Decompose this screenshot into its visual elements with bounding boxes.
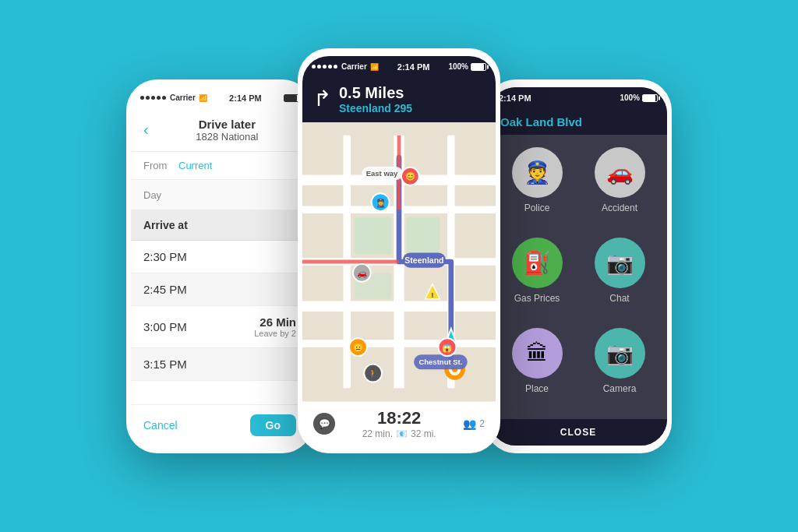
signal-dot-3 bbox=[151, 96, 155, 100]
destination-address: 1828 National bbox=[158, 131, 296, 143]
time-300-info: 26 Min Leave by 2 bbox=[254, 315, 296, 338]
map-bottom-bar: 💬 18:22 22 min. 📧 32 mi. 👥 2 bbox=[302, 401, 496, 446]
cancel-button[interactable]: Cancel bbox=[143, 419, 178, 432]
gas-icon: ⛽ bbox=[524, 250, 551, 276]
eta-minutes: 22 min. bbox=[362, 428, 393, 439]
time-300: 3:00 PM bbox=[143, 320, 187, 333]
place-icon-circle: 🏛 bbox=[512, 328, 563, 379]
eta-time: 18:22 bbox=[362, 408, 436, 428]
police-icon-circle: 👮 bbox=[512, 147, 563, 198]
report-chat[interactable]: 📷 Chat bbox=[584, 238, 655, 315]
time-row-245[interactable]: 2:45 PM bbox=[131, 273, 309, 306]
map-svg: ! East way Steenland Chestnut St. 👮 😊 😐 bbox=[302, 122, 496, 401]
signal-dot-4 bbox=[157, 96, 161, 100]
left-carrier: Carrier bbox=[170, 93, 196, 102]
left-battery bbox=[284, 94, 299, 102]
report-accident[interactable]: 🚗 Accident bbox=[584, 147, 655, 225]
left-header: ‹ Drive later 1828 National bbox=[131, 109, 309, 152]
camera-icon-circle: 📷 bbox=[595, 328, 645, 379]
report-camera[interactable]: 📷 Camera bbox=[584, 328, 655, 406]
c-dot-3 bbox=[323, 65, 327, 69]
duration-300: 26 Min bbox=[254, 315, 296, 329]
c-dot-4 bbox=[328, 65, 332, 69]
gas-label: Gas Prices bbox=[514, 293, 560, 304]
chat-label: Chat bbox=[609, 293, 629, 304]
center-battery-pct: 100% bbox=[448, 62, 468, 71]
turn-arrow-icon: ↱ bbox=[313, 88, 331, 110]
phones-container: Carrier 📶 2:14 PM ‹ Drive later 1828 Nat… bbox=[126, 33, 672, 500]
close-button[interactable]: CLOSE bbox=[560, 427, 596, 438]
place-icon: 🏛 bbox=[526, 340, 548, 366]
svg-text:Steenland: Steenland bbox=[404, 255, 443, 264]
svg-text:👮: 👮 bbox=[376, 197, 387, 207]
svg-rect-10 bbox=[407, 217, 440, 254]
nav-street: Steenland 295 bbox=[339, 102, 412, 115]
right-footer: CLOSE bbox=[489, 419, 667, 446]
chat-icon-circle: 📷 bbox=[595, 238, 645, 288]
police-label: Police bbox=[524, 203, 550, 213]
time-row-315[interactable]: 3:15 PM bbox=[131, 348, 309, 381]
camera-label: Camera bbox=[603, 383, 637, 394]
left-footer: Cancel Go bbox=[131, 404, 309, 446]
svg-rect-9 bbox=[355, 217, 392, 254]
map-menu-icon[interactable]: 💬 bbox=[313, 413, 335, 435]
svg-text:😐: 😐 bbox=[353, 342, 364, 352]
report-police[interactable]: 👮 Police bbox=[502, 147, 572, 225]
users-icon: 👥 bbox=[463, 417, 476, 430]
time-row-230[interactable]: 2:30 PM bbox=[131, 241, 309, 273]
report-gas[interactable]: ⛽ Gas Prices bbox=[502, 238, 572, 315]
center-battery bbox=[471, 63, 486, 71]
back-button[interactable]: ‹ bbox=[143, 121, 149, 139]
time-245: 2:45 PM bbox=[143, 283, 187, 296]
leave-by-300: Leave by 2 bbox=[254, 329, 296, 338]
left-time: 2:14 PM bbox=[229, 93, 262, 103]
c-dot-5 bbox=[334, 65, 337, 69]
c-dot-1 bbox=[312, 65, 316, 69]
time-row-300[interactable]: 3:00 PM 26 Min Leave by 2 bbox=[131, 306, 309, 348]
right-header: Oak Land Blvd bbox=[489, 109, 667, 135]
from-row[interactable]: From Current bbox=[131, 152, 309, 180]
map-area[interactable]: ! East way Steenland Chestnut St. 👮 😊 😐 bbox=[302, 122, 496, 401]
arrive-at-label: Arrive at bbox=[143, 219, 188, 231]
go-button[interactable]: Go bbox=[250, 414, 296, 436]
c-dot-2 bbox=[317, 65, 321, 69]
accident-label: Accident bbox=[602, 203, 637, 213]
phone-left: Carrier 📶 2:14 PM ‹ Drive later 1828 Nat… bbox=[126, 79, 313, 453]
police-icon: 👮 bbox=[524, 160, 551, 185]
arrive-at-row: Arrive at bbox=[131, 210, 309, 241]
center-time: 2:14 PM bbox=[397, 62, 430, 72]
svg-text:🚗: 🚗 bbox=[357, 268, 368, 278]
users-count: 2 bbox=[479, 418, 485, 429]
drive-later-title: Drive later bbox=[158, 118, 296, 131]
left-status-bar: Carrier 📶 2:14 PM bbox=[131, 87, 309, 109]
svg-text:😱: 😱 bbox=[443, 342, 454, 352]
gas-icon-circle: ⛽ bbox=[512, 238, 563, 288]
svg-text:!: ! bbox=[431, 291, 433, 298]
right-status-bar: 2:14 PM 100% bbox=[489, 87, 667, 109]
center-status-bar: Carrier 📶 2:14 PM 100% bbox=[302, 56, 496, 78]
svg-text:🚶: 🚶 bbox=[368, 368, 379, 378]
nav-bar: ↱ 0.5 Miles Steenland 295 bbox=[302, 78, 496, 122]
from-label: From bbox=[143, 160, 178, 171]
report-grid: 👮 Police 🚗 Accident ⛽ Gas Prices bbox=[489, 135, 667, 419]
day-row[interactable]: Day bbox=[131, 180, 309, 210]
report-place[interactable]: 🏛 Place bbox=[502, 328, 572, 406]
eta-miles: 32 mi. bbox=[411, 428, 436, 439]
phone-center: Carrier 📶 2:14 PM 100% ↱ 0.5 Miles bbox=[298, 48, 500, 453]
left-wifi-icon: 📶 bbox=[199, 94, 207, 102]
accident-icon-circle: 🚗 bbox=[595, 147, 645, 198]
right-time: 2:14 PM bbox=[499, 93, 531, 103]
signal-dot-2 bbox=[146, 96, 150, 100]
accident-icon: 🚗 bbox=[606, 160, 634, 185]
right-battery-pct: 100% bbox=[620, 93, 640, 102]
chat-icon: 📷 bbox=[606, 250, 634, 276]
svg-text:Chestnut St.: Chestnut St. bbox=[418, 357, 462, 365]
place-label: Place bbox=[525, 383, 549, 394]
center-carrier: Carrier bbox=[341, 62, 367, 71]
day-label: Day bbox=[143, 189, 161, 201]
phone-right: 2:14 PM 100% Oak Land Blvd 👮 bbox=[485, 79, 672, 453]
from-value: Current bbox=[178, 160, 212, 171]
right-street: Oak Land Blvd bbox=[500, 115, 656, 129]
time-315: 3:15 PM bbox=[143, 358, 187, 371]
svg-text:East way: East way bbox=[366, 169, 398, 178]
